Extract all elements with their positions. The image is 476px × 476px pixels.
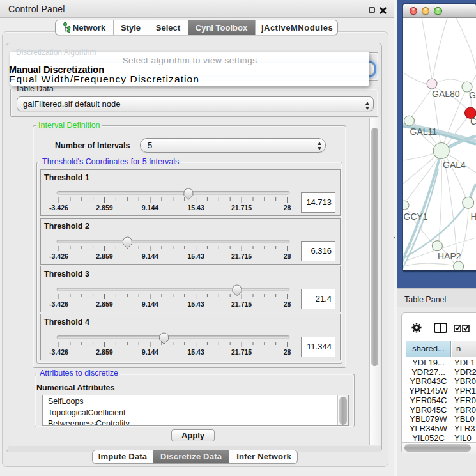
svg-text:9.144: 9.144	[142, 348, 158, 356]
svg-text:GAL80: GAL80	[432, 89, 460, 99]
svg-text:9.144: 9.144	[142, 300, 158, 308]
svg-text:-3.426: -3.426	[49, 348, 68, 356]
svg-text:C: C	[470, 116, 476, 127]
svg-text:GAL: GAL	[469, 90, 476, 100]
svg-text:9.144: 9.144	[142, 204, 158, 211]
svg-text:15.43: 15.43	[187, 204, 204, 211]
svg-text:28: 28	[284, 348, 291, 356]
svg-text:21.715: 21.715	[231, 204, 252, 211]
svg-text:21.715: 21.715	[231, 300, 252, 308]
svg-text:-3.426: -3.426	[49, 252, 68, 260]
svg-text:GAL4: GAL4	[443, 160, 466, 170]
svg-text:28: 28	[284, 204, 291, 211]
svg-text:21.715: 21.715	[231, 252, 252, 260]
svg-text:GAL11: GAL11	[410, 127, 438, 137]
svg-text:H: H	[471, 211, 476, 222]
svg-text:2.859: 2.859	[96, 348, 112, 356]
svg-text:2.859: 2.859	[96, 252, 112, 260]
svg-text:28: 28	[284, 252, 291, 260]
svg-text:21.715: 21.715	[231, 348, 252, 356]
svg-text:9.144: 9.144	[142, 252, 158, 260]
svg-text:15.43: 15.43	[187, 348, 204, 356]
svg-text:-3.426: -3.426	[49, 204, 68, 211]
svg-text:2.859: 2.859	[96, 204, 112, 211]
svg-text:15.43: 15.43	[187, 252, 204, 260]
svg-text:15.43: 15.43	[187, 300, 204, 308]
svg-text:-3.426: -3.426	[49, 300, 68, 308]
svg-text:28: 28	[284, 300, 291, 308]
svg-text:2.859: 2.859	[96, 300, 112, 308]
svg-text:HAP2: HAP2	[438, 251, 461, 261]
svg-text:GCY1: GCY1	[404, 211, 428, 222]
